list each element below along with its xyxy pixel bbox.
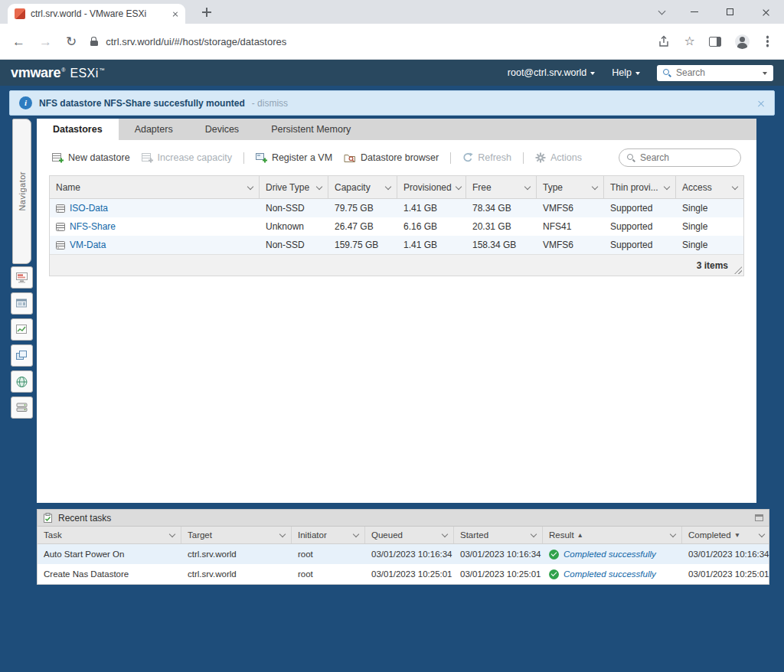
task-row[interactable]: Auto Start Power On ctrl.srv.world root … xyxy=(38,544,769,564)
col-header-provisioned[interactable]: Provisioned xyxy=(397,176,466,198)
table-search-input[interactable] xyxy=(640,152,733,163)
window-minimize-button[interactable] xyxy=(676,0,712,24)
col-header-thin-provisioning[interactable]: Thin provi... xyxy=(604,176,676,198)
chevron-down-icon[interactable] xyxy=(455,183,461,189)
new-datastore-button[interactable]: New datastore xyxy=(52,152,130,163)
chevron-down-icon[interactable] xyxy=(759,531,765,537)
drive-type-cell: Non-SSD xyxy=(260,203,328,214)
window-close-button[interactable] xyxy=(748,0,784,24)
forward-icon: → xyxy=(39,35,52,48)
profile-avatar[interactable] xyxy=(735,34,750,49)
chevron-down-icon[interactable] xyxy=(664,183,670,189)
navigator-label: Navigator xyxy=(18,171,27,211)
url-bar[interactable]: ctrl.srv.world/ui/#/host/storage/datasto… xyxy=(90,30,644,53)
datastore-icon xyxy=(56,204,65,213)
sidebar-tile-manage[interactable] xyxy=(11,292,33,315)
datastore-browser-button[interactable]: Datastore browser xyxy=(344,152,439,163)
chevron-down-icon[interactable] xyxy=(524,183,531,189)
provisioned-cell: 1.41 GB xyxy=(397,203,466,214)
new-tab-button[interactable] xyxy=(196,5,217,20)
tab-search-button[interactable] xyxy=(647,0,676,24)
chevron-down-icon[interactable] xyxy=(531,531,537,537)
chevron-down-icon[interactable] xyxy=(442,531,448,537)
task-result-link[interactable]: Completed successfully xyxy=(564,569,656,579)
browser-tabstrip: ctrl.srv.world - VMware ESXi xyxy=(0,0,784,24)
task-row[interactable]: Create Nas Datastore ctrl.srv.world root… xyxy=(38,564,769,584)
address-bar-actions: ☆ xyxy=(658,34,772,49)
global-search-input[interactable] xyxy=(676,67,757,78)
reload-icon[interactable]: ↻ xyxy=(66,35,77,48)
col-header-drive-type[interactable]: Drive Type xyxy=(260,176,328,198)
sidebar-tiles xyxy=(11,266,33,419)
chevron-down-icon[interactable] xyxy=(732,183,738,189)
vmware-esxi-logo: vmware ® ESXi ™ xyxy=(11,65,106,81)
sidebar-tile-virtual-machines[interactable] xyxy=(11,344,33,367)
tab-adapters[interactable]: Adapters xyxy=(119,119,189,140)
table-search[interactable] xyxy=(619,148,741,167)
search-icon xyxy=(627,154,635,161)
datastore-row-iso-data[interactable]: ISO-Data Non-SSD 79.75 GB 1.41 GB 78.34 … xyxy=(50,199,743,217)
window-maximize-button[interactable] xyxy=(712,0,748,24)
col-header-type[interactable]: Type xyxy=(537,176,604,198)
recent-tasks-titlebar[interactable]: Recent tasks xyxy=(37,509,769,527)
thin-provisioning-cell: Supported xyxy=(604,221,676,232)
tab-persistent-memory[interactable]: Persistent Memory xyxy=(255,119,367,140)
col-header-name[interactable]: Name xyxy=(50,176,260,198)
chevron-down-icon[interactable] xyxy=(592,183,598,189)
register-vm-button[interactable]: Register a VM xyxy=(256,152,332,163)
bookmark-star-icon[interactable]: ☆ xyxy=(684,35,694,47)
col-header-task[interactable]: Task xyxy=(38,527,181,543)
tab-close-icon[interactable] xyxy=(172,8,178,19)
col-header-queued[interactable]: Queued xyxy=(365,527,454,543)
col-header-initiator[interactable]: Initiator xyxy=(292,527,365,543)
col-header-result[interactable]: Result▲ xyxy=(543,527,682,543)
resize-grip[interactable] xyxy=(734,266,742,274)
chevron-down-icon xyxy=(635,72,640,75)
datastore-name-link[interactable]: VM-Data xyxy=(70,240,106,250)
chevron-down-icon[interactable] xyxy=(385,183,391,189)
banner-dismiss-link[interactable]: - dismiss xyxy=(252,98,288,109)
chevron-down-icon[interactable] xyxy=(353,531,359,537)
task-result-link[interactable]: Completed successfully xyxy=(564,550,656,559)
access-cell: Single xyxy=(676,221,743,232)
chevron-down-icon[interactable] xyxy=(316,183,322,189)
banner-close-icon[interactable] xyxy=(757,99,765,107)
virtual-machines-icon xyxy=(15,350,28,361)
sidebar-tile-host[interactable] xyxy=(11,266,33,289)
back-icon[interactable]: ← xyxy=(12,35,25,48)
screen: ctrl.srv.world - VMware ESXi ← → ↻ ctrl.… xyxy=(0,0,784,672)
side-panel-icon[interactable] xyxy=(709,37,721,47)
browser-tab[interactable]: ctrl.srv.world - VMware ESXi xyxy=(8,4,185,24)
col-header-started[interactable]: Started xyxy=(454,527,543,543)
chevron-down-icon[interactable] xyxy=(169,531,175,537)
chevron-down-icon[interactable] xyxy=(763,72,767,75)
help-menu[interactable]: Help xyxy=(612,67,640,78)
chevron-down-icon[interactable] xyxy=(247,183,253,189)
sidebar-tile-monitor[interactable] xyxy=(11,318,33,341)
navigator-tab[interactable]: Navigator xyxy=(12,119,31,264)
col-header-completed[interactable]: Completed▼ xyxy=(682,527,770,543)
share-icon[interactable] xyxy=(658,35,670,47)
col-header-access[interactable]: Access xyxy=(676,176,743,198)
tab-datastores[interactable]: Datastores xyxy=(37,119,119,140)
global-search[interactable] xyxy=(657,65,773,81)
sort-asc-icon: ▲ xyxy=(577,531,583,539)
sidebar-tile-networking[interactable] xyxy=(11,370,33,393)
datastore-name-link[interactable]: ISO-Data xyxy=(70,203,108,214)
thin-provisioning-cell: Supported xyxy=(604,240,676,250)
search-icon xyxy=(663,69,671,77)
user-menu[interactable]: root@ctrl.srv.world xyxy=(508,67,595,78)
browser-menu-icon[interactable] xyxy=(766,40,769,42)
datastore-row-vm-data[interactable]: VM-Data Non-SSD 159.75 GB 1.41 GB 158.34… xyxy=(50,236,743,254)
col-header-free[interactable]: Free xyxy=(466,176,537,198)
tab-devices[interactable]: Devices xyxy=(189,119,255,140)
expand-panel-icon[interactable] xyxy=(755,514,763,521)
col-header-capacity[interactable]: Capacity xyxy=(328,176,397,198)
datastore-name-link[interactable]: NFS-Share xyxy=(70,221,116,232)
sidebar-tile-storage[interactable] xyxy=(11,396,33,419)
col-header-target[interactable]: Target xyxy=(181,527,292,543)
chevron-down-icon[interactable] xyxy=(670,531,676,537)
esxi-header: vmware ® ESXi ™ root@ctrl.srv.world Help xyxy=(0,60,784,86)
chevron-down-icon[interactable] xyxy=(279,531,286,537)
datastore-row-nfs-share[interactable]: NFS-Share Unknown 26.47 GB 6.16 GB 20.31… xyxy=(50,217,743,236)
